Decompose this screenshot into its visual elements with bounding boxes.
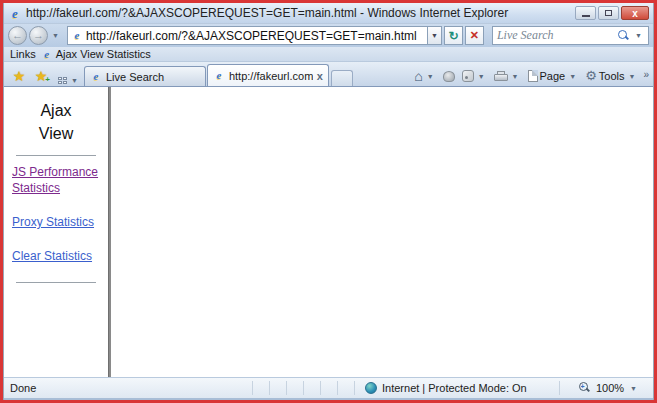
main-frame [111,87,653,377]
stop-icon: ✕ [470,29,479,42]
forward-button[interactable]: → [29,26,48,45]
page-content: Ajax View JS Performance Statistics Prox… [4,87,653,377]
refresh-icon: ↻ [448,29,458,43]
link-favicon-icon: e [41,48,53,61]
home-dropdown-icon[interactable]: ▼ [425,73,436,80]
page-menu-button[interactable]: Page ▼ [525,69,582,83]
address-url: http://fakeurl.com/?&AJAXSCOPEREQUEST=GE… [86,29,417,43]
ie-logo-icon: e [8,7,22,20]
internet-globe-icon [365,382,377,394]
sidebar-frame: Ajax View JS Performance Statistics Prox… [4,87,108,377]
links-item-ajax-view-statistics[interactable]: e Ajax View Statistics [41,48,151,61]
divider [16,282,96,283]
sidebar-title: Ajax View [31,99,81,145]
zoom-dropdown-icon[interactable]: ▼ [628,385,639,392]
quick-tabs-dropdown-icon[interactable]: ▼ [69,77,80,84]
feeds-button[interactable]: ▼ [459,69,490,83]
security-zone-pane: Internet | Protected Mode: On [354,381,559,395]
status-bar: Done Internet | Protected Mode: On + 100… [4,377,653,400]
search-placeholder: Live Search [497,28,614,43]
search-icon[interactable] [618,30,629,41]
tab-fakeurl-active[interactable]: e http://fakeurl.com/?&... x [207,64,329,86]
status-pane [269,381,286,395]
sidebar-link-js-performance-statistics[interactable]: JS Performance Statistics [12,164,102,196]
title-bar: e http://fakeurl.com/?&AJAXSCOPEREQUEST=… [4,3,653,24]
zone-text: Internet | Protected Mode: On [382,382,527,394]
page-icon [528,70,538,82]
tab-label: Live Search [106,71,200,83]
command-bar: ⌂ ▼ ▼ ▼ Page ▼ [411,69,651,86]
divider [16,155,96,156]
status-pane [320,381,337,395]
page-dropdown-icon[interactable]: ▼ [567,73,578,80]
browser-window: e http://fakeurl.com/?&AJAXSCOPEREQUEST=… [0,0,657,403]
hand-icon [443,71,455,82]
refresh-button[interactable]: ↻ [444,26,463,45]
history-dropdown-icon[interactable]: ▼ [50,32,61,39]
status-pane [252,381,269,395]
window-title: http://fakeurl.com/?&AJAXSCOPEREQUEST=GE… [26,6,575,20]
links-bar: Links e Ajax View Statistics [4,47,653,62]
restore-button[interactable] [598,6,619,20]
status-pane [286,381,303,395]
back-button[interactable]: ← [8,26,27,45]
status-pane [337,381,354,395]
zoom-level: 100% [596,382,624,394]
feeds-dropdown-icon[interactable]: ▼ [476,73,487,80]
home-button[interactable]: ⌂ ▼ [411,69,438,83]
sidebar-link-clear-statistics[interactable]: Clear Statistics [12,248,102,264]
address-bar-row: ← → ▼ e http://fakeurl.com/?&AJAXSCOPERE… [4,24,653,47]
gear-icon: ⚙ [585,70,597,82]
minimize-icon [582,15,590,17]
feeds-icon [462,70,474,82]
quick-tabs-icon [58,77,67,84]
new-tab-button[interactable] [331,70,353,86]
add-favorite-button[interactable]: ★ + [30,66,52,86]
close-button[interactable]: x [621,6,649,20]
links-item-label: Ajax View Statistics [56,48,151,60]
hand-button[interactable] [440,70,458,83]
tools-menu-button[interactable]: ⚙ Tools ▼ [582,69,640,83]
stop-button[interactable]: ✕ [465,26,484,45]
zoom-plus-icon: + [580,383,584,390]
tab-close-icon[interactable]: x [317,70,323,82]
status-pane [303,381,320,395]
zoom-control[interactable]: + 100% ▼ [559,381,647,395]
search-box[interactable]: Live Search ▼ [492,26,649,45]
address-dropdown-button[interactable]: ▼ [427,26,442,45]
minimize-button[interactable] [575,6,596,20]
print-button[interactable]: ▼ [491,70,524,83]
tab-label: http://fakeurl.com/?&... [229,70,313,82]
tab-live-search[interactable]: e Live Search [84,66,206,86]
page-favicon-icon: e [71,29,83,42]
home-icon: ⌂ [414,70,422,82]
status-text: Done [10,382,252,394]
quick-tabs-button[interactable]: ▼ [58,77,80,84]
favorites-center-button[interactable]: ★ [8,66,30,86]
address-input[interactable]: e http://fakeurl.com/?&AJAXSCOPEREQUEST=… [67,26,427,45]
links-label: Links [10,48,36,60]
toolbar-overflow-icon[interactable]: » [641,69,651,80]
favorites-star-icon: ★ [13,68,26,84]
print-icon [494,71,508,82]
page-menu-label: Page [540,70,566,82]
tab-favicon-icon: e [90,70,102,83]
sidebar-link-proxy-statistics[interactable]: Proxy Statistics [12,214,102,230]
print-dropdown-icon[interactable]: ▼ [510,73,521,80]
restore-icon [605,10,612,16]
tab-bar: ★ ★ + ▼ e Live Search e http://fakeurl.c… [4,62,653,87]
tools-menu-label: Tools [599,70,625,82]
add-plus-icon: + [45,75,50,84]
search-dropdown-icon[interactable]: ▼ [633,32,644,39]
tools-dropdown-icon[interactable]: ▼ [627,73,638,80]
tab-favicon-icon: e [213,69,225,82]
